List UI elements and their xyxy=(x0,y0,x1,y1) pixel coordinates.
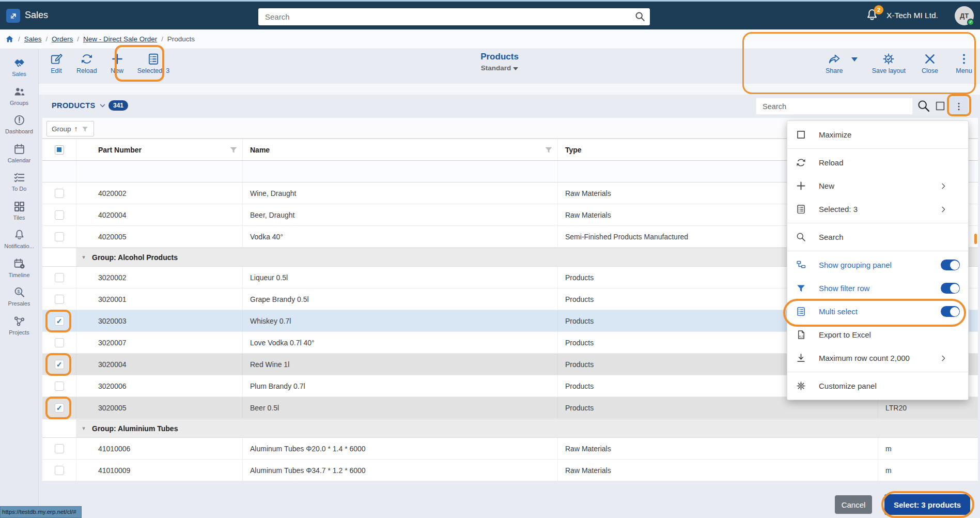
app-logo[interactable] xyxy=(6,9,20,23)
funnel-icon[interactable] xyxy=(544,145,553,155)
menu-item-reload[interactable]: Reload xyxy=(787,151,968,174)
menu-item-label: New xyxy=(819,181,935,190)
toolbar-button-new[interactable]: New xyxy=(107,52,127,74)
sidebar-item-tiles[interactable]: Tiles xyxy=(0,197,38,226)
presales-icon xyxy=(13,286,26,299)
sidebar-item-dashboard[interactable]: Dashboard xyxy=(0,111,38,140)
sidebar-item-label: Tiles xyxy=(13,215,25,221)
cell-name: Beer 0.5l xyxy=(243,397,558,418)
cell-part-number: 3020003 xyxy=(91,310,243,331)
notifications-button[interactable]: 2 xyxy=(865,8,880,24)
panel-search[interactable] xyxy=(756,98,913,115)
header-name[interactable]: Name xyxy=(243,139,558,160)
toolbar-button-label: Menu xyxy=(956,67,972,74)
select-products-button[interactable]: Select: 3 products xyxy=(884,494,970,515)
table-row[interactable]: 41010009 Aluminum Tubes Φ34.7 * 1.2 * 60… xyxy=(42,460,978,481)
row-checkbox[interactable] xyxy=(55,232,64,241)
filter-cell-part[interactable] xyxy=(91,161,243,182)
selection-mode-button[interactable] xyxy=(935,100,946,112)
sidebar-item-projects[interactable]: Projects xyxy=(0,312,38,341)
global-search-input[interactable] xyxy=(258,8,650,25)
dots-v-icon xyxy=(957,52,971,66)
collapse-toggle[interactable]: ▾ xyxy=(76,248,91,266)
group-row[interactable]: ▾ Group: Aluminium Tubes xyxy=(42,419,978,438)
row-checkbox[interactable] xyxy=(55,444,64,453)
menu-item-label: Search xyxy=(819,233,960,241)
row-checkbox[interactable]: ✓ xyxy=(55,403,64,413)
notifications-badge: 2 xyxy=(874,5,883,14)
funnel-icon[interactable] xyxy=(229,145,238,155)
sidebar-item-calendar[interactable]: Calendar xyxy=(0,140,38,169)
panel-title[interactable]: PRODUCTS xyxy=(52,101,106,110)
home-icon[interactable] xyxy=(5,35,14,43)
menu-item-maximum-row-count-2-000[interactable]: Maximum row count 2,000 xyxy=(787,346,968,370)
menu-item-multi-select[interactable]: Multi select xyxy=(787,300,968,323)
sidebar-item-notificatio[interactable]: Notificatio... xyxy=(0,226,38,255)
search-icon[interactable] xyxy=(634,11,646,22)
panel-menu-button[interactable] xyxy=(950,97,968,116)
menu-item-customize-panel[interactable]: Customize panel xyxy=(787,374,968,398)
breadcrumb-link-sales[interactable]: Sales xyxy=(24,35,42,43)
header-part-number[interactable]: Part Number xyxy=(91,139,243,160)
menu-item-show-filter-row[interactable]: Show filter row xyxy=(787,277,968,300)
cell-part-number: 3020001 xyxy=(91,288,243,310)
row-checkbox[interactable] xyxy=(55,189,64,198)
avatar[interactable]: ДТ ✓ xyxy=(955,6,974,25)
collapse-toggle[interactable]: ▾ xyxy=(76,419,91,437)
toolbar-button-label: Selected: 3 xyxy=(137,67,170,74)
menu-item-selected-3[interactable]: Selected: 3 xyxy=(787,197,968,221)
global-search[interactable] xyxy=(258,8,650,25)
row-checkbox[interactable]: ✓ xyxy=(55,316,64,326)
menu-item-show-grouping-panel[interactable]: Show grouping panel xyxy=(787,253,968,277)
menu-item-new[interactable]: New xyxy=(787,174,968,197)
toolbar-button-share[interactable]: Share xyxy=(825,52,844,74)
header-label: Name xyxy=(250,146,270,154)
row-checkbox[interactable] xyxy=(55,382,64,391)
sidebar-item-groups[interactable]: Groups xyxy=(0,83,38,112)
cell-name: Aluminum Tubes Φ34.7 * 1.2 * 6000 xyxy=(243,460,558,481)
share-dropdown-caret[interactable] xyxy=(851,57,858,62)
toolbar-button-close[interactable]: Close xyxy=(920,52,940,74)
sidebar-item-presales[interactable]: Presales xyxy=(0,283,38,312)
toggle-on[interactable] xyxy=(941,283,960,294)
panel-search-input[interactable] xyxy=(756,98,912,114)
sidebar-item-to-do[interactable]: To Do xyxy=(0,169,38,197)
menu-item-maximize[interactable]: Maximize xyxy=(787,123,968,146)
table-row[interactable]: ✓ 3020005 Beer 0.5l Products LTR20 xyxy=(42,397,978,419)
cancel-button[interactable]: Cancel xyxy=(835,495,872,514)
select-all-checkbox[interactable] xyxy=(55,145,64,155)
row-checkbox[interactable] xyxy=(55,273,64,282)
toggle-on[interactable] xyxy=(941,306,960,317)
row-checkbox[interactable] xyxy=(55,338,64,347)
row-checkbox[interactable]: ✓ xyxy=(55,360,64,369)
cell-type: Raw Materials xyxy=(558,438,878,459)
menu-item-search[interactable]: Search xyxy=(787,225,968,249)
sidebar-item-sales[interactable]: Sales xyxy=(0,54,38,83)
menu-item-export-to-excel[interactable]: Export to Excel xyxy=(787,323,968,346)
toggle-on[interactable] xyxy=(941,260,960,270)
plus-icon xyxy=(111,52,124,66)
table-row[interactable]: 41010006 Aluminum Tubes Φ20.0 * 1.4 * 60… xyxy=(42,438,978,460)
sidebar-item-label: Groups xyxy=(10,100,28,106)
toolbar-button-label: Save layout xyxy=(872,67,906,74)
group-by-chip[interactable]: Group ↑ xyxy=(46,121,94,136)
view-selector[interactable]: Standard xyxy=(463,64,536,72)
sidebar-item-timeline[interactable]: Timeline xyxy=(0,255,38,284)
row-checkbox[interactable] xyxy=(55,295,64,304)
toolbar-button-save-layout[interactable]: Save layout xyxy=(872,52,906,74)
cell-part-number: 41010006 xyxy=(91,438,243,459)
panel-search-button[interactable] xyxy=(916,99,931,113)
toolbar-button-reload[interactable]: Reload xyxy=(76,52,97,74)
header-select-all[interactable] xyxy=(42,139,76,160)
close-icon xyxy=(923,52,937,66)
company-name[interactable]: X-Tech MI Ltd. xyxy=(886,11,938,20)
row-checkbox[interactable] xyxy=(55,466,64,475)
filter-cell-name[interactable] xyxy=(243,161,558,182)
triangle-down-icon: ▾ xyxy=(82,254,85,261)
breadcrumb-link-orders[interactable]: Orders xyxy=(52,35,73,43)
breadcrumb-link-new-direct-sale-order[interactable]: New - Direct Sale Order xyxy=(83,35,157,43)
toolbar-button-edit[interactable]: Edit xyxy=(46,52,66,74)
toolbar-button-menu[interactable]: Menu xyxy=(954,52,974,74)
row-checkbox[interactable] xyxy=(55,210,64,220)
toolbar-button-selected-3[interactable]: Selected: 3 xyxy=(137,52,170,74)
